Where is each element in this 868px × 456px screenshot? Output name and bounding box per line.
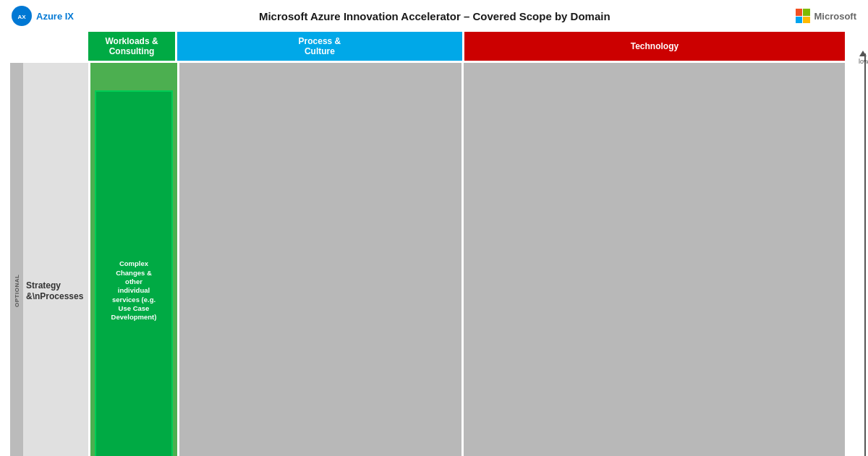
microsoft-flag-icon xyxy=(796,9,810,23)
right-axis: Standardization xyxy=(855,53,868,456)
microsoft-logo: Microsoft xyxy=(796,9,857,23)
flag-red xyxy=(796,9,803,16)
rows-container: Optional Strategy &\nProcesses Complex C… xyxy=(10,63,858,456)
col-header-technology: Technology xyxy=(464,32,845,61)
azure-ix-icon: AX xyxy=(12,6,32,26)
strategy-label-wrap: Strategy &\nProcesses xyxy=(23,63,88,456)
strategy-label: Strategy &\nProcesses xyxy=(26,280,85,302)
azure-ix-label: Azure IX xyxy=(36,11,74,22)
flag-yellow xyxy=(803,17,810,24)
tag-optional-strategy: Optional xyxy=(10,63,23,456)
complex-changes-box: Complex Changes & other individual servi… xyxy=(95,90,173,456)
col-header-workloads: Workloads & Consulting xyxy=(88,32,175,61)
microsoft-label: Microsoft xyxy=(814,11,857,22)
row-label-strategy: Optional Strategy &\nProcesses xyxy=(10,63,88,456)
strategy-process-cell xyxy=(179,63,461,456)
page-title: Microsoft Azure Innovation Accelerator –… xyxy=(259,10,610,22)
column-headers: Workloads & Consulting Process & Culture… xyxy=(88,32,858,61)
azure-ix-logo: AX Azure IX xyxy=(12,6,74,26)
flag-green xyxy=(803,9,810,16)
right-axis-line xyxy=(864,53,866,456)
svg-text:AX: AX xyxy=(17,14,26,20)
strategy-technology-cell xyxy=(464,63,845,456)
strategy-workloads-cell: Complex Changes & other individual servi… xyxy=(90,63,177,456)
chart-area: Standardization low Workloads & Consulti… xyxy=(0,32,868,456)
page: AX Azure IX Microsoft Azure Innovation A… xyxy=(0,0,868,456)
header: AX Azure IX Microsoft Azure Innovation A… xyxy=(0,0,868,32)
col-header-process: Process & Culture xyxy=(177,32,462,61)
row-strategy: Optional Strategy &\nProcesses Complex C… xyxy=(10,63,845,456)
right-low-label: low xyxy=(859,53,866,66)
flag-blue xyxy=(796,17,803,24)
